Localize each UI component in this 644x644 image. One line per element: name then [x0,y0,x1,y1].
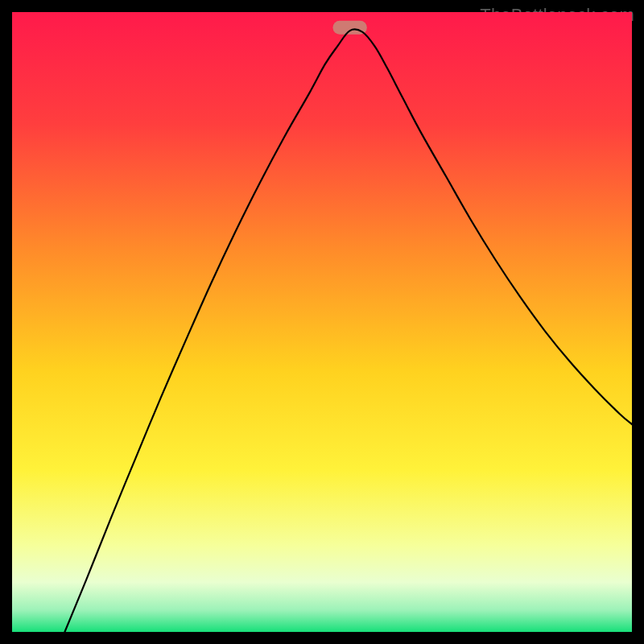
plot-area [12,12,632,632]
chart-frame: TheBottleneck.com [0,0,644,644]
chart-svg [12,12,632,632]
